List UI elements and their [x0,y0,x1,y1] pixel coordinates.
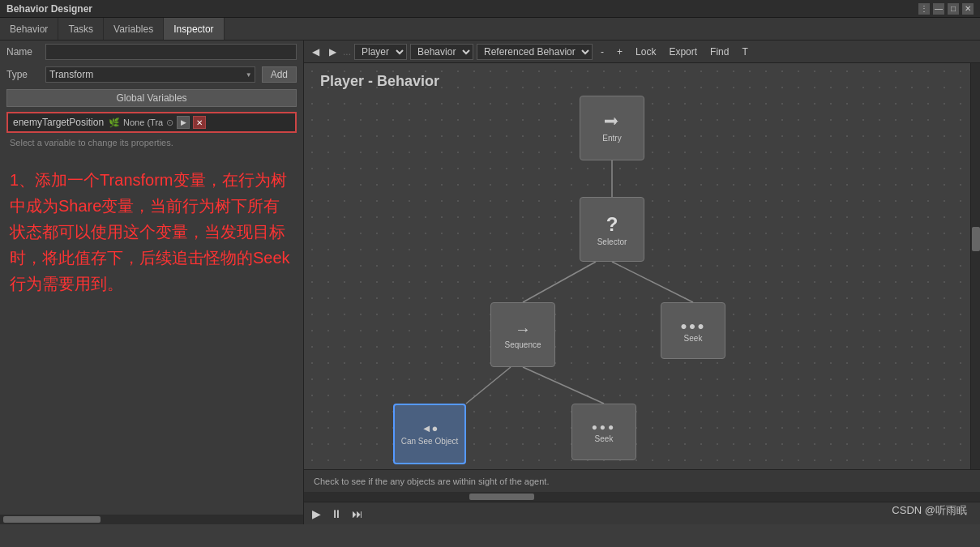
right-scroll-thumb[interactable] [972,227,980,251]
seek-bottom-label: Seek [595,434,614,443]
window-title: Behavior Designer [6,3,92,15]
variable-value-area: 🌿 None (Tra ⊙ ▶ ✕ [109,116,290,129]
tab-behavior[interactable]: Behavior [0,18,58,40]
status-text: Check to see if the any objects are with… [314,476,549,486]
type-select[interactable]: Transform [45,66,255,83]
variable-icon: 🌿 [109,118,120,128]
canvas-area[interactable]: Player - Behavior ⮕ Entry ? [304,63,980,469]
left-panel: Name Type Transform Add Global Variables… [0,41,304,524]
bottom-scroll-thumb[interactable] [469,494,534,500]
left-scroll-thumb[interactable] [3,516,101,523]
can-see-icon: ◄● [422,422,439,434]
window-controls: ⋮ — □ ✕ [918,3,974,15]
step-btn[interactable]: ⏭ [350,506,365,522]
name-row: Name [0,41,303,63]
sequence-icon: → [515,320,531,339]
window-close-btn[interactable]: ✕ [962,3,974,15]
find-btn[interactable]: Find [705,45,734,59]
plus-btn[interactable]: + [612,45,627,59]
seek-right-icon: ●●● [680,319,705,332]
seek-bottom-icon: ●●● [592,421,617,433]
name-input[interactable] [45,44,297,60]
bottom-status: Check to see if the any objects are with… [304,469,980,492]
select-hint: Select a variable to change its properti… [0,135,303,151]
right-panel: ◀ ▶ ... Player Behavior Referenced Behav… [304,41,980,524]
play-btn[interactable]: ▶ [310,506,323,522]
node-can-see-object[interactable]: ◄● Can See Object [393,404,466,464]
node-entry[interactable]: ⮕ Entry [580,96,644,160]
svg-line-1 [523,262,596,302]
entry-icon: ⮕ [604,113,620,132]
behavior-dropdown[interactable]: Behavior [410,44,473,60]
window-menu-btn[interactable]: ⋮ [918,3,930,15]
annotation-text: 1、添加一个Transform变量，在行为树中成为Share变量，当前行为树下所… [0,151,303,515]
node-seek-right[interactable]: ●●● Seek [661,302,725,359]
nav-back-btn[interactable]: ◀ [309,45,323,59]
svg-line-3 [466,367,511,404]
main-layout: Name Type Transform Add Global Variables… [0,41,980,524]
toolbar: ◀ ▶ ... Player Behavior Referenced Behav… [304,41,980,63]
variable-delete-btn[interactable]: ✕ [193,116,206,129]
selector-icon: ? [606,213,618,236]
player-dropdown[interactable]: Player [354,44,407,60]
tab-tasks[interactable]: Tasks [58,18,104,40]
variable-row: enemyTargetPosition 🌿 None (Tra ⊙ ▶ ✕ [6,112,297,133]
add-button[interactable]: Add [262,66,297,83]
type-label: Type [6,69,39,80]
ref-behavior-dropdown[interactable]: Referenced Behavior [477,44,593,60]
bottom-scrollbar[interactable] [304,492,980,502]
variable-expand-btn[interactable]: ▶ [177,116,190,129]
canvas-title: Player - Behavior [320,73,439,90]
svg-line-4 [523,367,604,404]
tab-variables[interactable]: Variables [104,18,164,40]
export-btn[interactable]: Export [664,45,702,59]
seek-right-label: Seek [684,334,703,343]
node-seek-bottom[interactable]: ●●● Seek [571,404,636,460]
type-row: Type Transform Add [0,63,303,86]
variable-name: enemyTargetPosition [13,117,104,128]
svg-line-2 [612,262,693,302]
entry-label: Entry [602,134,621,143]
watermark: CSDN @听雨眠 [892,503,967,518]
sequence-label: Sequence [504,340,541,349]
type-select-wrapper: Transform [45,66,255,83]
selector-label: Selector [597,237,627,246]
node-selector[interactable]: ? Selector [580,197,644,262]
pause-btn[interactable]: ⏸ [329,506,344,522]
node-sequence[interactable]: → Sequence [490,302,555,367]
minus-btn[interactable]: - [596,45,609,59]
t-btn[interactable]: T [737,45,752,59]
variable-value: None (Tra [123,118,163,127]
toolbar-sep1: ... [343,46,351,58]
tab-inspector[interactable]: Inspector [164,18,224,40]
nav-forward-btn[interactable]: ▶ [326,45,340,59]
transport-bar: ▶ ⏸ ⏭ CSDN @听雨眠 [304,502,980,524]
window-minimize-btn[interactable]: — [933,3,944,15]
window-maximize-btn[interactable]: □ [948,3,959,15]
right-scrollbar[interactable] [970,63,980,469]
left-scrollbar[interactable] [0,515,303,524]
title-bar: Behavior Designer ⋮ — □ ✕ [0,0,980,18]
name-label: Name [6,46,39,58]
tab-bar: Behavior Tasks Variables Inspector [0,18,980,41]
circle-indicator: ⊙ [166,118,173,128]
global-variables-button[interactable]: Global Variables [6,89,297,107]
lock-btn[interactable]: Lock [631,45,661,59]
can-see-label: Can See Object [401,437,459,446]
